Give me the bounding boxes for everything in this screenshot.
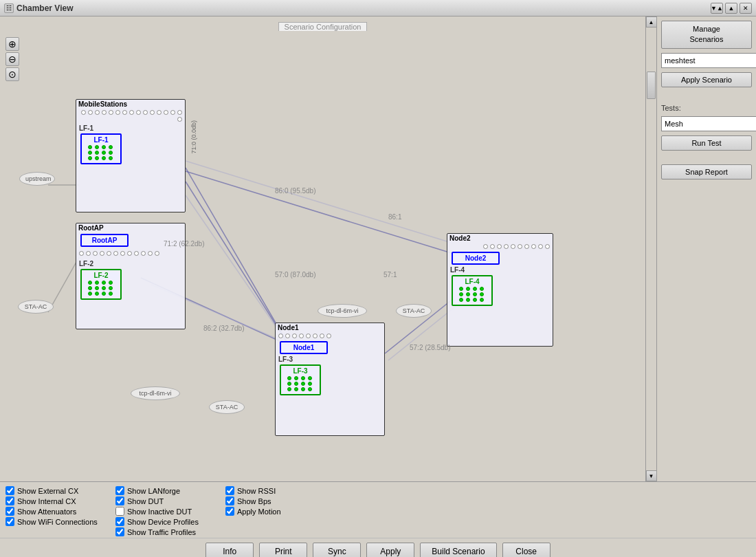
show-internal-cx-checkbox[interactable] <box>5 496 14 505</box>
scenario-select[interactable] <box>661 53 756 68</box>
apply-motion-checkbox[interactable] <box>225 507 234 516</box>
show-bps-checkbox[interactable] <box>225 496 234 505</box>
zoom-in-btn[interactable]: ⊕ <box>5 37 19 51</box>
show-dut-checkbox[interactable] <box>115 496 124 505</box>
lf4-dots <box>458 285 487 303</box>
main-content: Scenario Configuration ⊕ ⊖ ⊙ <box>0 17 756 481</box>
show-device-profiles-label: Show Device Profiles <box>127 518 199 526</box>
window-title: Chamber View <box>16 3 73 13</box>
scenario-label: Scenario Configuration <box>278 22 368 31</box>
show-traffic-profiles-item[interactable]: Show Traffic Profiles <box>115 527 225 536</box>
port-dot <box>102 110 107 115</box>
show-lanforge-item[interactable]: Show LANforge <box>115 486 225 495</box>
scroll-down-btn[interactable]: ▼ <box>646 470 657 481</box>
show-wifi-connections-item[interactable]: Show WiFi Connections <box>5 517 115 526</box>
apply-scenario-btn[interactable]: Apply Scenario <box>661 72 752 87</box>
port-dot <box>109 110 113 115</box>
apply-btn[interactable]: Apply <box>366 543 414 557</box>
title-bar-left: ☷ Chamber View <box>4 3 73 13</box>
node2-box: Node2 Node2 <box>447 233 553 347</box>
scenario-dropdown-container: ▼ <box>661 53 752 68</box>
port-dot <box>285 334 290 338</box>
show-rssi-item[interactable]: Show RSSI <box>225 486 335 495</box>
lf2-label: LF-2 <box>79 260 182 267</box>
port-dot <box>320 334 324 338</box>
show-rssi-checkbox[interactable] <box>225 486 234 495</box>
port-dot <box>107 251 111 256</box>
show-attenuators-label: Show Attenuators <box>17 507 76 516</box>
node2-inner[interactable]: Node2 <box>452 252 500 265</box>
show-bps-label: Show Bps <box>237 497 271 505</box>
show-attenuators-checkbox[interactable] <box>5 507 14 516</box>
rootap-inner[interactable]: RootAP <box>80 234 129 247</box>
manage-scenarios-btn[interactable]: Manage Scenarios <box>661 21 752 49</box>
sync-btn[interactable]: Sync <box>313 543 361 557</box>
scroll-thumb[interactable] <box>647 72 656 99</box>
port-dot <box>326 334 331 338</box>
port-dot <box>531 244 536 249</box>
lf2-inner[interactable]: LF-2 <box>80 269 122 300</box>
vertical-scrollbar[interactable]: ▲ ▼ <box>645 17 656 481</box>
maximize-btn[interactable]: ▲ <box>725 3 737 14</box>
canvas-scroll-container: Scenario Configuration ⊕ ⊖ ⊙ <box>0 17 645 481</box>
port-dot <box>299 334 304 338</box>
run-test-btn[interactable]: Run Test <box>661 135 752 151</box>
show-device-profiles-checkbox[interactable] <box>115 517 124 526</box>
node1-box: Node1 Node1 LF <box>275 323 385 436</box>
checkbox-col-3: Show RSSI Show Bps Apply Motion <box>225 486 335 536</box>
scroll-up-btn[interactable]: ▲ <box>646 17 657 28</box>
show-internal-cx-label: Show Internal CX <box>17 497 76 505</box>
close-btn[interactable]: Close <box>502 543 551 557</box>
lf4-inner[interactable]: LF-4 <box>452 275 493 306</box>
show-device-profiles-item[interactable]: Show Device Profiles <box>115 517 225 526</box>
lf1-inner[interactable]: LF-1 <box>80 133 122 164</box>
show-external-cx-checkbox[interactable] <box>5 486 14 495</box>
show-wifi-checkbox[interactable] <box>5 517 14 526</box>
port-dot <box>120 251 125 256</box>
conn-label-57-2: 57:2 (28.5db) <box>410 344 451 351</box>
show-dut-item[interactable]: Show DUT <box>115 496 225 505</box>
scroll-track[interactable] <box>646 28 656 470</box>
show-inactive-dut-checkbox[interactable] <box>115 507 124 516</box>
app-icon: ☷ <box>4 3 14 13</box>
node1-inner[interactable]: Node1 <box>280 341 328 354</box>
port-dot <box>113 251 118 256</box>
show-external-cx-item[interactable]: Show External CX <box>5 486 115 495</box>
show-dut-label: Show DUT <box>127 497 164 505</box>
minimize-restore-btn[interactable]: ▼▲ <box>711 3 723 14</box>
snap-report-btn[interactable]: Snap Report <box>661 164 752 179</box>
build-scenario-btn[interactable]: Build Scenario <box>420 543 496 557</box>
port-dot <box>88 110 93 115</box>
rootap-title: RootAP <box>76 223 185 232</box>
lf2-dots <box>87 279 115 297</box>
show-traffic-profiles-label: Show Traffic Profiles <box>127 528 196 536</box>
lf3-label: LF-3 <box>278 356 381 363</box>
show-inactive-dut-item[interactable]: Show Inactive DUT <box>115 507 225 516</box>
port-dot <box>164 110 168 115</box>
show-internal-cx-item[interactable]: Show Internal CX <box>5 496 115 505</box>
port-dot <box>306 334 311 338</box>
title-bar-controls: ▼▲ ▲ ✕ <box>711 3 752 14</box>
port-dot <box>170 110 175 115</box>
upstream-label: upstream <box>19 172 55 186</box>
tcp-dl-label-2: tcp-dl-6m-vi <box>131 386 180 400</box>
port-dot <box>150 110 155 115</box>
show-lanforge-checkbox[interactable] <box>115 486 124 495</box>
apply-motion-item[interactable]: Apply Motion <box>225 507 335 516</box>
show-attenuators-item[interactable]: Show Attenuators <box>5 507 115 516</box>
show-bps-item[interactable]: Show Bps <box>225 496 335 505</box>
info-btn[interactable]: Info <box>205 543 254 557</box>
zoom-out-btn[interactable]: ⊖ <box>5 52 19 66</box>
show-traffic-profiles-checkbox[interactable] <box>115 527 124 536</box>
sta-ac-label-1: STA-AC <box>18 300 54 314</box>
node1-inner-title: Node1 <box>293 344 315 351</box>
close-window-btn[interactable]: ✕ <box>740 3 752 14</box>
mobile-stations-title: MobileStations <box>76 100 185 109</box>
test-select[interactable] <box>661 116 756 131</box>
zoom-fit-btn[interactable]: ⊙ <box>5 67 19 81</box>
lf3-inner[interactable]: LF-3 <box>280 364 321 395</box>
print-btn[interactable]: Print <box>259 543 307 557</box>
port-dot <box>497 244 502 249</box>
port-dot <box>177 117 182 122</box>
lf1-label: LF-1 <box>79 124 182 132</box>
